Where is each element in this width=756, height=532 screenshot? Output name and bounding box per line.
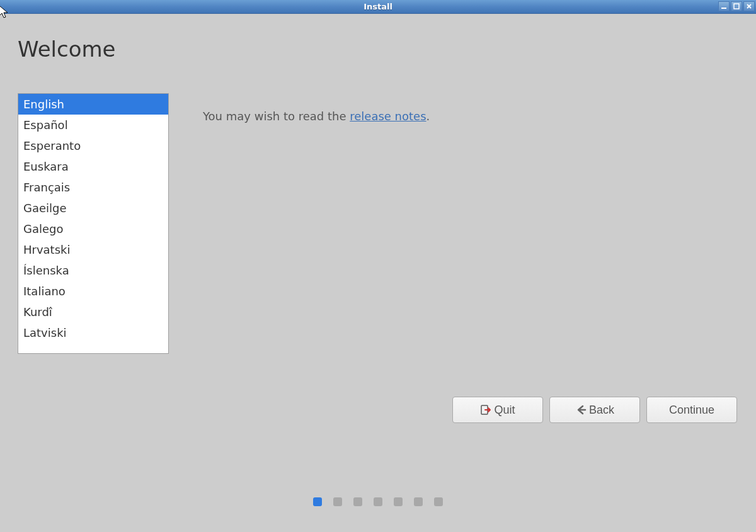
window-controls bbox=[718, 1, 755, 11]
progress-dot bbox=[394, 497, 403, 506]
maximize-icon bbox=[733, 3, 740, 9]
back-button[interactable]: Back bbox=[549, 397, 640, 423]
info-suffix: . bbox=[427, 110, 430, 123]
info-prefix: You may wish to read the bbox=[203, 110, 350, 123]
language-item[interactable]: Íslenska bbox=[18, 260, 168, 281]
content-area: Welcome EnglishEspañolEsperantoEuskaraFr… bbox=[0, 14, 756, 532]
back-arrow-icon bbox=[575, 404, 587, 416]
language-item[interactable]: Kurdî bbox=[18, 302, 168, 322]
titlebar: Install bbox=[0, 0, 756, 14]
language-item[interactable]: Latviski bbox=[18, 322, 168, 343]
progress-dot bbox=[313, 497, 322, 506]
quit-icon bbox=[480, 404, 491, 416]
minimize-button[interactable] bbox=[718, 1, 730, 11]
close-icon bbox=[746, 3, 752, 9]
language-listbox[interactable]: EnglishEspañolEsperantoEuskaraFrançaisGa… bbox=[18, 93, 169, 354]
page-title: Welcome bbox=[18, 37, 737, 62]
language-item[interactable]: English bbox=[18, 94, 168, 115]
progress-dot bbox=[434, 497, 443, 506]
progress-dot bbox=[374, 497, 382, 506]
language-item[interactable]: Italiano bbox=[18, 281, 168, 302]
progress-dot bbox=[414, 497, 423, 506]
continue-button[interactable]: Continue bbox=[646, 397, 737, 423]
window-title: Install bbox=[364, 2, 392, 11]
release-notes-link[interactable]: release notes bbox=[350, 110, 426, 123]
progress-dot bbox=[333, 497, 342, 506]
svg-rect-0 bbox=[721, 8, 726, 9]
progress-indicator bbox=[313, 497, 443, 506]
quit-label: Quit bbox=[494, 404, 515, 417]
quit-button[interactable]: Quit bbox=[452, 397, 543, 423]
language-item[interactable]: Français bbox=[18, 177, 168, 198]
svg-rect-1 bbox=[734, 4, 739, 9]
language-item[interactable]: Español bbox=[18, 115, 168, 135]
language-item[interactable]: Gaeilge bbox=[18, 198, 168, 218]
progress-dot bbox=[353, 497, 362, 506]
back-label: Back bbox=[589, 404, 614, 417]
language-item[interactable]: Hrvatski bbox=[18, 239, 168, 260]
maximize-button[interactable] bbox=[731, 1, 742, 11]
minimize-icon bbox=[721, 3, 727, 9]
continue-label: Continue bbox=[669, 404, 714, 417]
language-item[interactable]: Esperanto bbox=[18, 135, 168, 156]
main-area: EnglishEspañolEsperantoEuskaraFrançaisGa… bbox=[18, 93, 737, 354]
button-row: Quit Back Continue bbox=[452, 397, 737, 423]
language-item[interactable]: Galego bbox=[18, 218, 168, 239]
language-item[interactable]: Euskara bbox=[18, 156, 168, 177]
close-button[interactable] bbox=[743, 1, 755, 11]
info-text: You may wish to read the release notes. bbox=[203, 93, 430, 354]
